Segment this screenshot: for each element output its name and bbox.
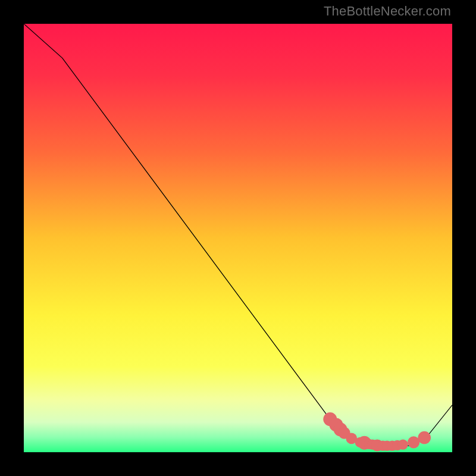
plot-area (24, 24, 452, 452)
attribution-text: TheBottleNecker.com (324, 4, 451, 19)
chart-frame: TheBottleNecker.com (0, 0, 476, 476)
gradient-background (24, 24, 452, 452)
svg-rect-0 (24, 24, 452, 452)
